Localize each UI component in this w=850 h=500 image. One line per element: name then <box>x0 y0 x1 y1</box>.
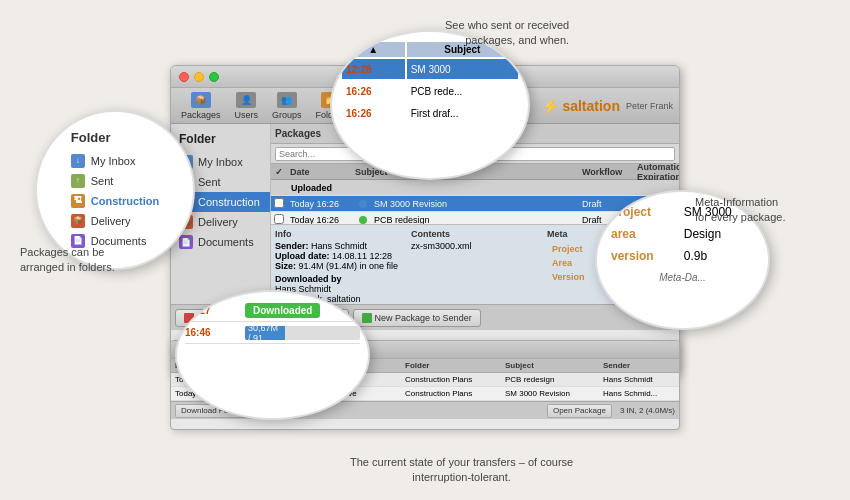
subject-table: ▲ Subject 12:28 SM 3000 16:26 PCB rede..… <box>340 40 520 125</box>
sender-label: Sender: <box>275 241 309 251</box>
status-dot-green <box>359 216 367 224</box>
annotation-packages: See who sent or received packages, and w… <box>445 18 569 49</box>
sidebar-title: Folder <box>171 128 270 152</box>
sender-field: Sender: Hans Schmidt <box>275 241 403 251</box>
package-info: Info Sender: Hans Schmidt Upload date: 1… <box>275 229 403 300</box>
downloaded-badge: Downloaded <box>245 303 320 318</box>
group-header-uploaded: Uploaded <box>271 180 679 196</box>
callout-subject: ▲ Subject 12:28 SM 3000 16:26 PCB rede..… <box>330 30 530 180</box>
col-folder: Folder <box>401 361 501 370</box>
folder-callout-content: Folder ↓ My Inbox ↑ Sent 🏗 Construction … <box>63 122 167 259</box>
annotation-transfers: The current state of your transfers – of… <box>350 455 573 486</box>
folder-construction-icon: 🏗 <box>71 194 85 208</box>
packages-icon: 📦 <box>191 92 211 108</box>
meta-key-version: version <box>607 246 678 266</box>
sidebar-item-documents[interactable]: 📄 Documents <box>171 232 270 252</box>
users-icon: 👤 <box>236 92 256 108</box>
downloaded-by-label: Downloaded by <box>275 274 342 284</box>
folder-item-inbox[interactable]: ↓ My Inbox <box>71 151 159 171</box>
minimize-button[interactable] <box>194 72 204 82</box>
package-contents: Contents zx-sm3000.xml <box>411 229 539 300</box>
user-info: Peter Frank <box>626 101 673 111</box>
size-label: Size: <box>275 261 296 271</box>
brand-logo: ⚡ saltation <box>542 98 620 114</box>
open-package-button[interactable]: Open Package <box>547 404 612 418</box>
toolbar-right: ⚡ saltation Peter Frank <box>542 98 674 114</box>
col-date: Date <box>287 167 352 177</box>
folder-callout-title: Folder <box>71 130 159 145</box>
meta-val-version: 0.9b <box>680 246 758 266</box>
status-row-progress: 16:46 30,67M / 91... <box>185 322 360 344</box>
progress-bar: 30,67M / 91... <box>245 326 360 340</box>
meta-callout-row: area Design <box>607 224 758 244</box>
groups-icon: 👥 <box>277 92 297 108</box>
meta-callout-row: version 0.9b <box>607 246 758 266</box>
new-icon <box>362 313 372 323</box>
status-dot-blue <box>359 200 367 208</box>
progress-container: 30,67M / 91... <box>245 324 360 342</box>
subject-row-3[interactable]: 16:26 First draf... <box>342 103 518 123</box>
col-check: ✓ <box>271 167 287 177</box>
callout-status: 16:27 Downloaded 16:46 30,67M / 91... <box>175 290 370 420</box>
row-checkbox[interactable] <box>274 198 284 208</box>
close-button[interactable] <box>179 72 189 82</box>
toolbar-groups[interactable]: 👥 Groups <box>268 90 306 122</box>
upload-field: Upload date: 14.08.11 12:28 <box>275 251 403 261</box>
meta-key-area: area <box>607 224 678 244</box>
meta-val-area: Design <box>680 224 758 244</box>
traffic-lights <box>179 72 219 82</box>
folder-item-construction[interactable]: 🏗 Construction <box>71 191 159 211</box>
meta-da-label: Meta-Da... <box>605 272 760 283</box>
documents-icon: 📄 <box>179 235 193 249</box>
row-checkbox[interactable] <box>274 214 284 224</box>
progress-fill: 30,67M / 91... <box>245 326 285 340</box>
status-callout-content: 16:27 Downloaded 16:46 30,67M / 91... <box>177 292 368 418</box>
transfer-status-count: 3 IN, 2 (4.0M/s) <box>616 406 675 415</box>
upload-label: Upload date: <box>275 251 330 261</box>
toolbar-packages[interactable]: 📦 Packages <box>177 90 225 122</box>
folder-inbox-icon: ↓ <box>71 154 85 168</box>
col-expiry: Automatic Expiration <box>634 162 679 182</box>
subject-callout-content: ▲ Subject 12:28 SM 3000 16:26 PCB rede..… <box>332 32 528 178</box>
annotation-folders: Packages can be arranged in folders. <box>20 245 115 276</box>
col-workflow: Workflow <box>579 167 634 177</box>
subject-row-2[interactable]: 16:26 PCB rede... <box>342 81 518 101</box>
col-sender: Sender <box>599 361 679 370</box>
new-package-button[interactable]: New Package to Sender <box>353 309 481 327</box>
info-title: Info <box>275 229 403 239</box>
size-field: Size: 91.4M (91.4M) in one file <box>275 261 403 271</box>
folder-item-sent[interactable]: ↑ Sent <box>71 171 159 191</box>
subject-col-time: ▲ <box>342 42 405 57</box>
annotation-meta: Meta-Information for every package. <box>695 195 786 226</box>
subject-row-1[interactable]: 12:28 SM 3000 <box>342 59 518 79</box>
col-subject: Subject <box>501 361 599 370</box>
contents-title: Contents <box>411 229 539 239</box>
toolbar-users[interactable]: 👤 Users <box>231 90 263 122</box>
folder-sent-icon: ↑ <box>71 174 85 188</box>
folder-delivery-icon: 📦 <box>71 214 85 228</box>
table-row[interactable]: Today 16:26 SM 3000 Revision Draft in 31… <box>271 196 679 212</box>
maximize-button[interactable] <box>209 72 219 82</box>
folder-item-delivery[interactable]: 📦 Delivery <box>71 211 159 231</box>
